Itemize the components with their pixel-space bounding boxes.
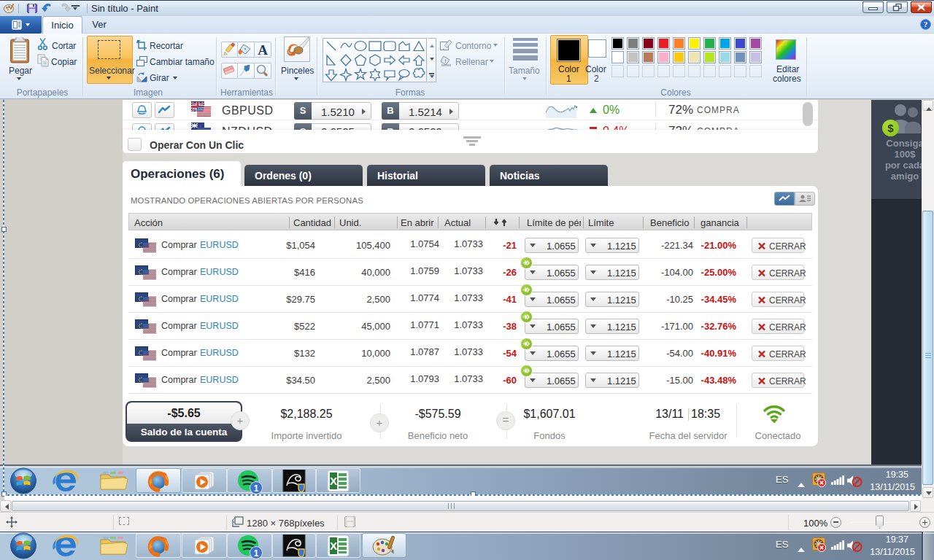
- svg-text:X: X: [330, 540, 337, 552]
- svg-text:1: 1: [254, 548, 259, 559]
- svg-text:?: ?: [924, 20, 928, 28]
- svg-text:X: X: [330, 475, 337, 487]
- svg-text:1: 1: [254, 483, 259, 494]
